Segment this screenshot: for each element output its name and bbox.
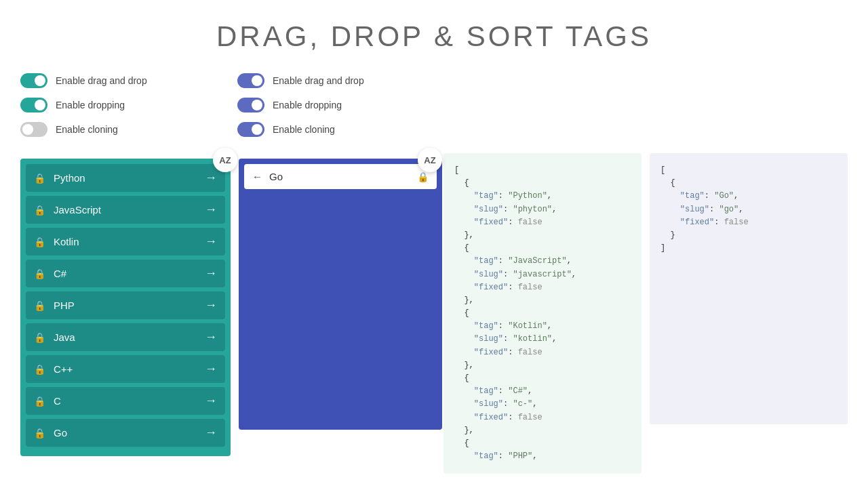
json-panel-right: [ { "tag": "Go", "slug": "go", "fixed": … <box>650 153 848 424</box>
lock-icon: 🔒 <box>34 364 45 375</box>
toggle-row-dropping-left: Enable dropping <box>20 98 231 113</box>
list-item[interactable]: 🔒 Kotlin → <box>26 228 225 256</box>
lock-icon: 🔒 <box>34 300 45 311</box>
item-label: Java <box>54 331 205 343</box>
json-content-left: [ { "tag": "Python", "slug": "phyton", "… <box>443 153 642 474</box>
toggle-drag-drop-left-label: Enable drag and drop <box>56 75 147 86</box>
list-item[interactable]: 🔒 JavaScript → <box>26 196 225 224</box>
toggle-dropping-left-label: Enable dropping <box>56 100 125 110</box>
arrow-right-icon: → <box>205 330 217 344</box>
page-title: DRAG, DROP & SORT TAGS <box>216 20 652 53</box>
list-item[interactable]: 🔒 C++ → <box>26 355 225 383</box>
az-badge-right: AZ <box>418 148 442 172</box>
item-label: C# <box>54 268 205 279</box>
controls-right: Enable drag and drop Enable dropping Ena… <box>231 73 427 146</box>
item-label: Go <box>54 427 205 439</box>
lock-icon-right: 🔒 <box>417 171 429 182</box>
arrow-right-icon: → <box>205 203 217 217</box>
lock-icon: 🔒 <box>34 173 45 184</box>
toggle-drag-drop-right[interactable] <box>237 73 264 88</box>
toggle-row-drag-left: Enable drag and drop <box>20 73 231 88</box>
list-item[interactable]: 🔒 C → <box>26 387 225 415</box>
lock-icon: 🔒 <box>34 396 45 407</box>
toggle-cloning-right-label: Enable cloning <box>273 124 335 135</box>
item-label: PHP <box>54 300 205 311</box>
lock-icon: 🔒 <box>34 428 45 439</box>
list-item[interactable]: 🔒 Python → <box>26 164 225 192</box>
item-label: Kotlin <box>54 236 205 247</box>
list-item[interactable]: 🔒 C# → <box>26 260 225 287</box>
list-item[interactable]: 🔒 PHP → <box>26 291 225 319</box>
toggle-drag-drop-left[interactable] <box>20 73 47 88</box>
item-label: C++ <box>54 363 205 375</box>
arrow-right-icon: → <box>205 426 217 440</box>
green-list-container: AZ 🔒 Python → 🔒 JavaScript → 🔒 Kotlin → … <box>20 159 231 456</box>
list-item[interactable]: 🔒 Go → <box>26 419 225 447</box>
toggle-row-cloning-left: Enable cloning <box>20 122 231 137</box>
toggle-cloning-right[interactable] <box>237 122 264 137</box>
lock-icon: 🔒 <box>34 332 45 343</box>
blue-list-container: AZ ← Go 🔒 <box>239 159 435 430</box>
controls-left: Enable drag and drop Enable dropping Ena… <box>20 73 231 146</box>
footer: Created with MDL, Vue.js and Vue.Draggab… <box>323 474 545 488</box>
toggle-cloning-left-label: Enable cloning <box>56 124 118 135</box>
back-arrow-icon: ← <box>252 171 262 182</box>
arrow-right-icon: → <box>205 171 217 185</box>
item-label: JavaScript <box>54 204 205 216</box>
lock-icon: 🔒 <box>34 205 45 216</box>
lock-icon: 🔒 <box>34 237 45 247</box>
arrow-right-icon: → <box>205 266 217 281</box>
arrow-right-icon: → <box>205 362 217 376</box>
list-item[interactable]: 🔒 Java → <box>26 323 225 351</box>
toggle-row-dropping-right: Enable dropping <box>237 98 427 113</box>
blue-item-label: Go <box>269 171 417 182</box>
toggle-dropping-right-label: Enable dropping <box>273 100 342 110</box>
lock-icon: 🔒 <box>34 268 45 279</box>
json-content-right: [ { "tag": "Go", "slug": "go", "fixed": … <box>650 153 848 424</box>
blue-list[interactable]: ← Go 🔒 <box>239 159 442 430</box>
blue-list-item[interactable]: ← Go 🔒 <box>244 164 437 189</box>
json-panel-left: [ { "tag": "Python", "slug": "phyton", "… <box>443 153 642 474</box>
arrow-right-icon: → <box>205 298 217 312</box>
toggle-row-drag-right: Enable drag and drop <box>237 73 427 88</box>
toggle-dropping-left[interactable] <box>20 98 47 113</box>
toggle-cloning-left[interactable] <box>20 122 47 137</box>
arrow-right-icon: → <box>205 235 217 249</box>
arrow-right-icon: → <box>205 394 217 408</box>
az-badge-left: AZ <box>213 148 237 172</box>
toggle-dropping-right[interactable] <box>237 98 264 113</box>
toggle-row-cloning-right: Enable cloning <box>237 122 427 137</box>
green-list[interactable]: 🔒 Python → 🔒 JavaScript → 🔒 Kotlin → 🔒 C… <box>20 159 231 456</box>
toggle-drag-drop-right-label: Enable drag and drop <box>273 75 364 86</box>
item-label: C <box>54 395 205 407</box>
item-label: Python <box>54 172 205 184</box>
